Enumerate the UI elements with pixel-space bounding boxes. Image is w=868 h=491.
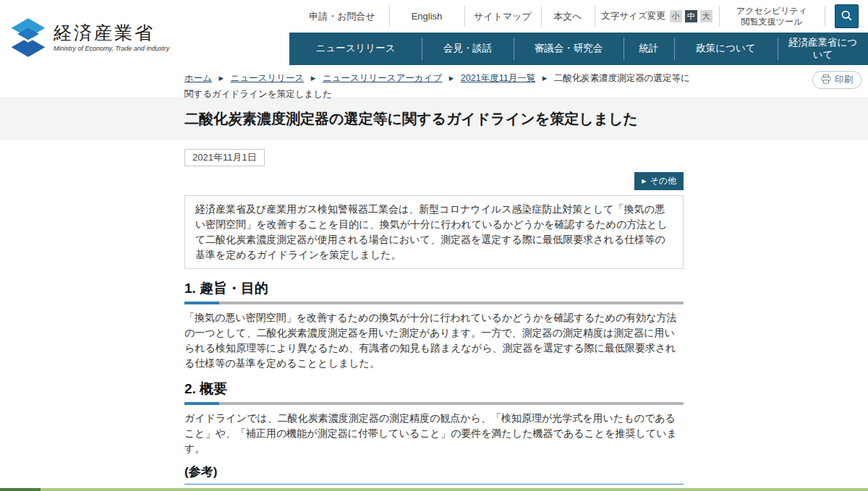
breadcrumb-separator-icon: ▶ [219, 74, 224, 82]
section-body-purpose: 「換気の悪い密閉空間」を改善するための換気が十分に行われているかどうかを確認する… [184, 310, 684, 371]
heading-rule-accent [184, 402, 219, 405]
search-icon [841, 9, 853, 24]
article-content: 2021年11月1日 ▶ その他 経済産業省及び産業用ガス検知警報器工業会は、新… [184, 140, 684, 491]
reference-heading: (参考) [184, 464, 684, 484]
nav-item-policies[interactable]: 政策について [674, 33, 778, 65]
printer-icon [821, 74, 831, 86]
font-size-large-button[interactable]: 大 [700, 10, 712, 22]
meti-logo[interactable]: 経済産業省 Ministry of Economy, Trade and Ind… [10, 17, 169, 58]
utility-link-english[interactable]: English [389, 0, 464, 33]
accessibility-tool-link[interactable]: アクセシビリティ 閲覧支援ツール [719, 0, 825, 33]
nav-item-news-release[interactable]: ニュースリリース [289, 33, 422, 65]
breadcrumb-link-november-2021[interactable]: 2021年度11月一覧 [461, 73, 535, 83]
section-body-overview: ガイドラインでは、二酸化炭素濃度測定器の測定精度の観点から、「検知原理が光学式を… [184, 411, 684, 456]
section-reference: (参考) 二酸化炭素濃度測定器を用いた測定に際しては、測定器の位置（ドア、窓、換… [184, 464, 684, 491]
arrow-icon: ▶ [642, 178, 646, 184]
logo-text: 経済産業省 Ministry of Economy, Trade and Ind… [54, 23, 169, 52]
footer-top-bar-accent [0, 488, 41, 491]
font-size-control: 文字サイズ変更 小 中 大 [595, 0, 719, 33]
section-purpose: 1. 趣旨・目的 「換気の悪い密閉空間」を改善するための換気が十分に行われている… [184, 279, 684, 371]
category-other-label: その他 [650, 175, 676, 187]
breadcrumb-separator-icon: ▶ [449, 74, 454, 82]
page-title: 二酸化炭素濃度測定器の選定等に関するガイドラインを策定しました [184, 109, 638, 129]
category-row: ▶ その他 [184, 172, 684, 190]
utility-link-contact[interactable]: 申請・お問合せ [295, 0, 389, 33]
utility-link-sitemap[interactable]: サイトマップ [464, 0, 541, 33]
breadcrumb-separator-icon: ▶ [311, 74, 316, 82]
font-size-small-button[interactable]: 小 [670, 10, 682, 22]
accessibility-label-line2: 閲覧支援ツール [741, 17, 803, 27]
print-button-label: 印刷 [835, 74, 853, 86]
breadcrumb: ホーム ▶ ニュースリリース ▶ ニュースリリースアーカイブ ▶ 2021年度1… [184, 71, 691, 103]
breadcrumb-separator-icon: ▶ [542, 74, 548, 82]
breadcrumb-link-news-release[interactable]: ニュースリリース [231, 73, 305, 83]
search-button[interactable] [835, 4, 859, 28]
print-button[interactable]: 印刷 [812, 71, 861, 89]
heading-rule [184, 302, 684, 304]
article-date: 2021年11月1日 [184, 149, 265, 166]
page-root: 経済産業省 Ministry of Economy, Trade and Ind… [0, 0, 868, 491]
breadcrumb-link-archive[interactable]: ニュースリリースアーカイブ [323, 73, 442, 83]
footer-top-bar [0, 488, 868, 491]
category-other-button[interactable]: ▶ その他 [634, 172, 684, 190]
meti-logo-icon [10, 17, 46, 58]
lead-paragraph: 経済産業省及び産業用ガス検知警報器工業会は、新型コロナウイルス感染症防止対策とし… [184, 195, 684, 269]
section-heading-overview: 2. 概要 [184, 380, 684, 398]
search-area [825, 0, 868, 33]
nav-item-councils[interactable]: 審議会・研究会 [514, 33, 624, 65]
nav-item-statistics[interactable]: 統計 [624, 33, 674, 65]
heading-rule [184, 402, 684, 405]
nav-item-about-meti[interactable]: 経済産業省について [778, 33, 868, 65]
logo-title: 経済産業省 [54, 23, 169, 43]
utility-link-to-main[interactable]: 本文へ [541, 0, 595, 33]
logo-subtitle: Ministry of Economy, Trade and Industry [54, 45, 169, 52]
section-overview: 2. 概要 ガイドラインでは、二酸化炭素濃度測定器の測定精度の観点から、「検知原… [184, 380, 684, 456]
nav-item-press-conference[interactable]: 会見・談話 [422, 33, 514, 65]
accessibility-label-line1: アクセシビリティ [736, 6, 807, 17]
breadcrumb-link-home[interactable]: ホーム [184, 73, 212, 83]
utility-nav: 申請・お問合せ English サイトマップ 本文へ 文字サイズ変更 小 中 大… [289, 0, 868, 33]
section-heading-purpose: 1. 趣旨・目的 [184, 279, 684, 298]
site-header: 経済産業省 Ministry of Economy, Trade and Ind… [0, 0, 868, 65]
breadcrumb-row: ホーム ▶ ニュースリリース ▶ ニュースリリースアーカイブ ▶ 2021年度1… [0, 65, 868, 97]
title-band: 二酸化炭素濃度測定器の選定等に関するガイドラインを策定しました [0, 97, 868, 140]
main-nav: ニュースリリース 会見・談話 審議会・研究会 統計 政策について 経済産業省につ… [289, 33, 868, 65]
heading-rule-accent [184, 302, 219, 304]
font-size-label: 文字サイズ変更 [601, 10, 665, 22]
font-size-medium-button[interactable]: 中 [685, 10, 697, 22]
